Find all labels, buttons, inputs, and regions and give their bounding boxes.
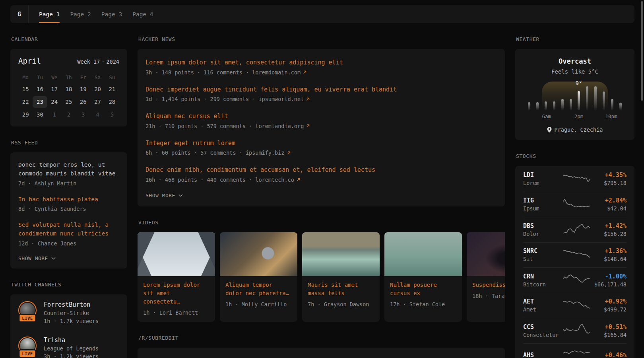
twitch-widget-label: TWITCH CHANNELS (11, 282, 127, 288)
right-column: WEATHER Overcast Feels like 5°C 9° 6am 2… (515, 36, 634, 358)
video-title[interactable]: Aliquam tempor dolor nec pharetra… (225, 281, 292, 298)
twitch-channel-game: Counter-Strike (44, 310, 99, 316)
map-pin-icon (547, 127, 552, 132)
video-card[interactable]: Lorem ipsum dolor sit amet consectetu… 1… (138, 232, 215, 322)
twitch-channel-row[interactable]: LIVE Trisha League of Legends 3h · 1.2k … (18, 337, 119, 358)
weather-time-labels: 6am 2pm 10pm (526, 113, 623, 120)
hn-item-title[interactable]: Lorem ipsum dolor sit amet, consectetur … (145, 58, 497, 67)
video-title[interactable]: Suspendisse diam (472, 281, 505, 289)
video-title[interactable]: Mauris sit amet massa felis (308, 281, 374, 298)
left-column: CALENDAR April Week 17·2024 MoTuWeThFrSa… (10, 36, 127, 358)
hn-show-more-label: SHOW MORE (145, 193, 175, 198)
rss-show-more-button[interactable]: SHOW MORE (18, 255, 119, 261)
stocks-widget: STOCKS LDILorem+4.35%$795.18IIGIpsum+2.8… (515, 153, 634, 358)
tab-page-3[interactable]: Page 3 (101, 5, 122, 23)
calendar-day: 24 (47, 96, 62, 108)
video-card[interactable]: Aliquam tempor dolor nec pharetra… 1h · … (220, 232, 297, 322)
stock-values: +1.42%$156.28 (590, 222, 627, 237)
stock-values: +2.84%$42.04 (590, 197, 627, 212)
stock-values: +0.46% (590, 352, 627, 358)
calendar-day: 3 (76, 109, 90, 121)
hn-item: Donec enim nibh, condimentum et accumsan… (145, 165, 497, 183)
stock-row[interactable]: DBSDolor+1.42%$156.28 (523, 217, 627, 242)
hacker-news-widget: HACKER NEWS Lorem ipsum dolor sit amet, … (138, 36, 505, 206)
video-card[interactable]: Nullam posuere cursus ex 17h · Stefan Co… (384, 232, 462, 322)
rss-item-title[interactable]: Sed volutpat nulla nisl, a condimentum n… (18, 221, 119, 238)
video-card-body: Lorem ipsum dolor sit amet consectetu… 1… (138, 276, 215, 322)
tab-page-1[interactable]: Page 1 (39, 5, 60, 23)
hn-item-title[interactable]: Aliquam nec cursus elit (145, 112, 497, 121)
vertical-scrollbar[interactable] (641, 1, 643, 101)
stock-price: $148.64 (590, 256, 627, 262)
hn-item-title[interactable]: Donec imperdiet augue tincidunt felis al… (145, 85, 497, 94)
video-card[interactable]: Suspendisse diam 18h · Tara (467, 232, 505, 322)
calendar-day: 28 (105, 96, 119, 108)
calendar-day: 21 (105, 83, 119, 95)
calendar-day: 15 (18, 83, 33, 95)
stock-name: Lorem (523, 180, 563, 186)
weather-feels-like: Feels like 5°C (522, 68, 627, 75)
stock-row[interactable]: LDILorem+4.35%$795.18 (523, 166, 627, 192)
external-link-icon[interactable] (287, 151, 291, 155)
twitch-channel-row[interactable]: LIVE ForrestBurton Counter-Strike 1h · 1… (18, 301, 119, 324)
stock-row[interactable]: CCSConsectetur+0.51%$165.84 (523, 318, 627, 343)
live-badge: LIVE (18, 349, 36, 358)
calendar-weekday-label: Tu (33, 72, 47, 83)
video-thumbnail (302, 232, 380, 276)
stock-sparkline-chart (563, 223, 590, 236)
stock-row[interactable]: SNRCSit+1.36%$148.64 (523, 242, 627, 268)
stock-change-percent: +1.36% (590, 247, 627, 255)
stock-price: $795.18 (590, 180, 627, 186)
calendar-month: April (18, 56, 41, 65)
hn-card: Lorem ipsum dolor sit amet, consectetur … (138, 49, 505, 206)
video-title[interactable]: Nullam posuere cursus ex (390, 281, 456, 298)
stock-values: -1.00%$66,171.48 (590, 273, 627, 288)
external-link-icon[interactable] (306, 97, 310, 101)
rss-item-title[interactable]: In hac habitasse platea (18, 195, 119, 204)
stock-row[interactable]: CRNBitcorn-1.00%$66,171.48 (523, 267, 627, 293)
hn-item-meta-text: 16h · 468 points · 440 comments · loremt… (145, 177, 294, 183)
stock-row[interactable]: AETAmet+0.92%$499.72 (523, 293, 627, 318)
hn-item-title[interactable]: Integer eget rutrum lorem (145, 139, 497, 148)
stock-change-percent: +1.42% (590, 222, 627, 230)
video-card[interactable]: Mauris sit amet massa felis 7h · Grayson… (302, 232, 380, 322)
calendar-card: April Week 17·2024 MoTuWeThFrSaSu1516171… (10, 49, 127, 126)
stock-sparkline-chart (563, 273, 590, 287)
hn-item-meta-text: 6h · 60 points · 57 comments · ipsumify.… (145, 150, 285, 156)
rss-item-title[interactable]: Donec tempor eros leo, ut commodo mauris… (18, 161, 119, 178)
video-title[interactable]: Lorem ipsum dolor sit amet consectetu… (143, 281, 209, 306)
external-link-icon[interactable] (303, 70, 306, 74)
stock-info: IIGIpsum (523, 197, 563, 212)
stock-info: AETAmet (523, 298, 563, 313)
stock-sparkline-chart (563, 299, 590, 312)
calendar-day: 19 (76, 83, 90, 95)
subreddit-card: Maecenas mollis pulvinar erat non posuer… (138, 348, 505, 358)
reddit-post-title[interactable]: Maecenas mollis pulvinar erat non posuer… (145, 357, 495, 358)
stock-row[interactable]: IIGIpsum+2.84%$42.04 (523, 192, 627, 217)
stock-ticker: SNRC (523, 247, 563, 255)
rss-item-meta: 8d · Cynthia Saunders (18, 206, 119, 212)
video-thumbnail (138, 232, 215, 276)
stock-price: $165.84 (590, 332, 627, 338)
tab-page-2[interactable]: Page 2 (70, 5, 91, 23)
stock-row[interactable]: AHS+0.46% (523, 343, 627, 358)
twitch-channel-name[interactable]: ForrestBurton (44, 301, 99, 308)
weather-time-label: 6am (542, 113, 551, 119)
calendar-weekday-label: Th (62, 72, 76, 83)
calendar-weekday-label: Fr (76, 72, 90, 83)
external-link-icon[interactable] (306, 124, 310, 128)
hn-item-meta-text: 21h · 710 points · 579 comments · loreml… (145, 123, 304, 129)
hn-show-more-button[interactable]: SHOW MORE (145, 193, 497, 198)
external-link-icon[interactable] (297, 178, 300, 181)
stock-name: Ipsum (523, 205, 563, 212)
middle-column: HACKER NEWS Lorem ipsum dolor sit amet, … (138, 36, 505, 358)
stock-change-percent: +0.92% (590, 298, 627, 305)
calendar-day: 18 (62, 83, 76, 95)
app-logo[interactable]: G (10, 5, 29, 23)
stock-change-percent: +0.51% (590, 323, 627, 331)
tab-page-4[interactable]: Page 4 (132, 5, 153, 23)
hn-item-title[interactable]: Donec enim nibh, condimentum et accumsan… (145, 165, 497, 175)
stock-info: CCSConsectetur (523, 323, 563, 338)
twitch-channel-name[interactable]: Trisha (44, 337, 99, 344)
video-card-body: Mauris sit amet massa felis 7h · Grayson… (302, 276, 380, 313)
